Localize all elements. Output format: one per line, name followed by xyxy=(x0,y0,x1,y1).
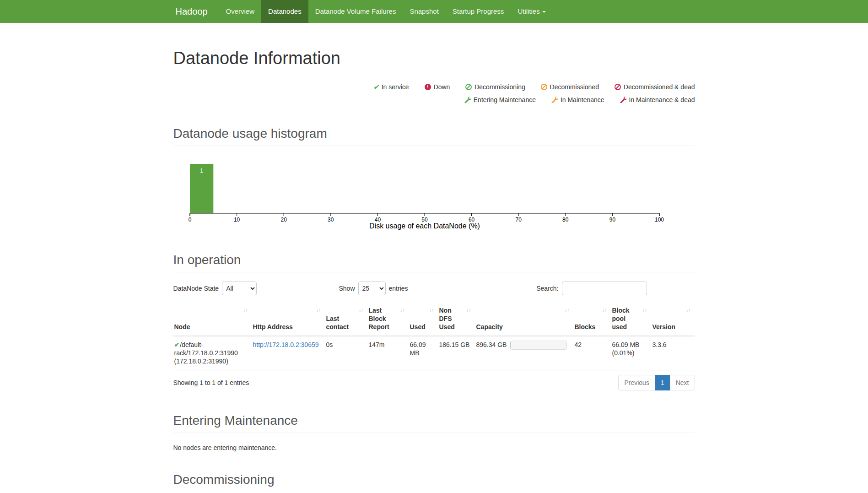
svg-text:90: 90 xyxy=(609,217,615,223)
svg-text:80: 80 xyxy=(562,217,569,223)
column-header-last-contact[interactable]: ↓↑Last contact xyxy=(325,303,368,336)
cell-node: ✔/default-rack/172.18.0.2:31990 (172.18.… xyxy=(173,336,252,370)
x-axis-label: Disk usage of each DataNode (%) xyxy=(369,222,480,230)
svg-text:100: 100 xyxy=(654,217,663,223)
column-header-node[interactable]: ↓↑Node xyxy=(173,303,252,336)
page-title: Datanode Information xyxy=(173,49,695,68)
sort-icon[interactable]: ↓↑ xyxy=(400,306,404,314)
cell-http-address: http://172.18.0.2:30659 xyxy=(252,336,325,370)
cell-used: 66.09 MB xyxy=(409,336,438,370)
nav-item-datanodes[interactable]: Datanodes xyxy=(261,0,308,23)
svg-text:20: 20 xyxy=(280,217,287,223)
sort-icon[interactable]: ↓↑ xyxy=(602,306,607,314)
histogram-section-title: Datanode usage histogram xyxy=(173,126,695,141)
nav-item-datanode-volume-failures[interactable]: Datanode Volume Failures xyxy=(308,0,403,23)
divider xyxy=(173,433,695,433)
table-info: Showing 1 to 1 of 1 entries xyxy=(173,379,249,386)
table-row: ✔/default-rack/172.18.0.2:31990 (172.18.… xyxy=(173,336,695,370)
legend-in-maintenance-dead: In Maintenance & dead xyxy=(620,96,695,103)
sort-icon[interactable]: ↓↑ xyxy=(359,306,363,314)
pagination-next[interactable]: Next xyxy=(670,375,695,390)
sort-icon[interactable]: ↓↑ xyxy=(565,306,569,314)
sort-icon[interactable]: ↓↑ xyxy=(642,306,647,314)
http-address-link[interactable]: http://172.18.0.2:30659 xyxy=(253,341,319,348)
entering-maintenance-empty-note: No nodes are entering maintenance. xyxy=(173,444,695,451)
column-header-capacity[interactable]: ↓↑Capacity xyxy=(475,303,574,336)
entries-select[interactable]: 25 xyxy=(358,282,386,295)
svg-text:10: 10 xyxy=(233,217,240,223)
column-header-version[interactable]: ↓↑Version xyxy=(652,303,695,336)
table-header-row: ↓↑Node ↓↑Http Address ↓↑Last contact ↓↑L… xyxy=(173,303,695,336)
navbar: Hadoop Overview Datanodes Datanode Volum… xyxy=(0,0,868,23)
decommissioning-section-title: Decommissioning xyxy=(173,472,695,487)
histogram-bar-label: 1 xyxy=(200,168,203,174)
pagination: Previous 1 Next xyxy=(619,375,695,390)
ban-circle-icon xyxy=(615,84,621,90)
column-header-block-pool-used[interactable]: ↓↑Block pool used xyxy=(611,303,652,336)
sort-icon[interactable]: ↓↑ xyxy=(429,306,434,314)
cell-version: 3.3.6 xyxy=(652,336,695,370)
legend-row-2: Entering Maintenance In Maintenance In M… xyxy=(173,93,695,106)
sort-icon[interactable]: ↓↑ xyxy=(316,306,321,314)
pagination-page-1[interactable]: 1 xyxy=(655,375,670,390)
brand-hadoop[interactable]: Hadoop xyxy=(173,0,215,23)
nav-item-utilities[interactable]: Utilities xyxy=(511,0,552,23)
wrench-icon xyxy=(464,97,471,103)
column-header-non-dfs-used[interactable]: ↓↑Non DFS Used xyxy=(438,303,475,336)
table-controls: DataNode State All Show 25 entries Searc… xyxy=(173,282,695,295)
capacity-progress-fill xyxy=(511,341,511,349)
cell-block-pool-used: 66.09 MB (0.01%) xyxy=(611,336,652,370)
cell-capacity: 896.34 GB xyxy=(475,336,574,370)
capacity-progress-bar xyxy=(510,341,567,350)
nav-item-overview[interactable]: Overview xyxy=(219,0,262,23)
datanode-state-select[interactable]: All xyxy=(222,282,257,295)
caret-down-icon xyxy=(542,11,546,13)
nav-item-snapshot[interactable]: Snapshot xyxy=(403,0,445,23)
check-icon: ✔ xyxy=(174,341,180,348)
wrench-icon xyxy=(620,97,626,103)
entries-label: entries xyxy=(389,285,408,292)
nav-item-startup-progress[interactable]: Startup Progress xyxy=(446,0,511,23)
legend-decommissioning: Decommissioning xyxy=(465,83,525,91)
pagination-previous[interactable]: Previous xyxy=(619,375,655,390)
check-icon xyxy=(373,81,379,93)
divider xyxy=(173,74,695,74)
datanode-state-label: DataNode State xyxy=(173,285,219,292)
divider xyxy=(173,146,695,146)
sort-icon[interactable]: ↓↑ xyxy=(466,306,471,314)
page-length-control: Show 25 entries xyxy=(339,282,408,295)
legend-entering-maintenance: Entering Maintenance xyxy=(464,96,536,103)
svg-text:70: 70 xyxy=(515,217,522,223)
search-input[interactable] xyxy=(562,282,647,295)
column-header-blocks[interactable]: ↓↑Blocks xyxy=(574,303,611,336)
column-header-http-address[interactable]: ↓↑Http Address xyxy=(252,303,325,336)
cell-blocks: 42 xyxy=(574,336,611,370)
in-operation-section-title: In operation xyxy=(173,253,695,267)
ban-circle-icon xyxy=(465,84,472,90)
legend-decommissioned-dead: Decommissioned & dead xyxy=(615,83,695,91)
navbar-menu: Overview Datanodes Datanode Volume Failu… xyxy=(219,0,553,23)
search-control: Search: xyxy=(536,282,647,295)
datanodes-table: ↓↑Node ↓↑Http Address ↓↑Last contact ↓↑L… xyxy=(173,303,695,370)
sort-icon[interactable]: ↓↑ xyxy=(686,306,690,314)
exclamation-circle-icon xyxy=(425,84,431,90)
show-label: Show xyxy=(339,285,355,292)
cell-last-contact: 0s xyxy=(325,336,368,370)
legend-down: Down xyxy=(425,83,450,91)
legend-in-service: In service xyxy=(373,83,409,91)
status-legend: In service Down Decommissioning Decommis… xyxy=(173,81,695,106)
datanode-usage-histogram: 10102030405060708090100Disk usage of eac… xyxy=(173,152,695,233)
sort-icon[interactable]: ↓↑ xyxy=(243,306,248,314)
svg-text:0: 0 xyxy=(188,217,191,223)
datanode-state-filter: DataNode State All xyxy=(173,282,257,295)
ban-circle-icon xyxy=(541,84,547,90)
column-header-used[interactable]: ↓↑Used xyxy=(409,303,438,336)
search-label: Search: xyxy=(536,285,558,292)
legend-in-maintenance: In Maintenance xyxy=(551,96,604,103)
legend-row-1: In service Down Decommissioning Decommis… xyxy=(173,81,695,93)
entering-maintenance-section-title: Entering Maintenance xyxy=(173,413,695,428)
column-header-last-block-report[interactable]: ↓↑Last Block Report xyxy=(368,303,409,336)
cell-last-block-report: 147m xyxy=(368,336,409,370)
wrench-icon xyxy=(551,97,558,103)
svg-text:30: 30 xyxy=(328,217,334,223)
